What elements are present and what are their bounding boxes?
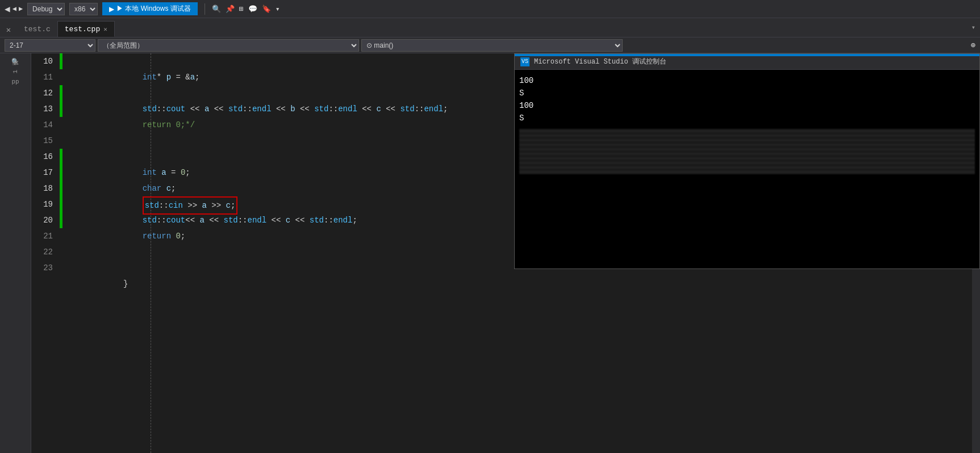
- ln-17: 17: [31, 165, 60, 181]
- left-sidebar: 🔍 1个项 pp: [0, 53, 31, 453]
- search-sidebar-icon[interactable]: 🔍: [11, 58, 19, 65]
- gutter-16: [60, 149, 73, 165]
- green-bar-12: [60, 85, 62, 101]
- comment-icon[interactable]: 💬: [248, 5, 257, 14]
- debug-console-body[interactable]: 100 S 100 S: [515, 70, 979, 269]
- tab-test-c[interactable]: test.c: [17, 21, 58, 37]
- grid-icon[interactable]: ⊞: [239, 5, 244, 14]
- gutter-10: [60, 53, 73, 69]
- gutter-15: [60, 133, 73, 149]
- tab-overflow[interactable]: ▾: [967, 23, 980, 32]
- gutter-18: [60, 181, 73, 196]
- ln-10: 10: [31, 53, 60, 69]
- sidebar-label[interactable]: 1个项: [11, 70, 20, 74]
- back-button[interactable]: ◀: [12, 5, 16, 13]
- output-line-1: 100: [519, 74, 975, 87]
- ln-22: 22: [31, 244, 60, 260]
- platform-select[interactable]: x86: [69, 3, 98, 15]
- vs-logo[interactable]: ◀: [5, 3, 10, 15]
- green-bar-13: [60, 101, 62, 117]
- ln-16: 16: [31, 149, 60, 165]
- run-label: ▶ 本地 Windows 调试器: [116, 4, 191, 14]
- scope-select[interactable]: （全局范围）: [98, 39, 359, 52]
- forward-button[interactable]: ▶: [19, 5, 23, 13]
- function-select[interactable]: ⊙ main(): [361, 39, 623, 52]
- gutter-11: [60, 69, 73, 85]
- gutter-17: [60, 165, 73, 181]
- run-icon: ▶: [109, 5, 114, 13]
- main-layout: 🔍 1个项 pp 10 int* p = &a; 11: [0, 53, 980, 453]
- pin-nav-icon[interactable]: ⊕: [971, 40, 975, 50]
- green-bar-16: [60, 149, 62, 165]
- gutter-13: [60, 101, 73, 117]
- nav-bar: 2-17 （全局范围） ⊙ main() ⊕: [0, 37, 980, 53]
- more-icon[interactable]: ▾: [276, 5, 280, 14]
- ln-14: 14: [31, 117, 60, 133]
- run-button[interactable]: ▶ ▶ 本地 Windows 调试器: [102, 2, 198, 15]
- toolbar-icons-left: ◀ ◀ ▶: [5, 3, 23, 15]
- output-line-3: 100: [519, 99, 975, 112]
- drag-handle[interactable]: [515, 54, 979, 56]
- gutter-12: [60, 85, 73, 101]
- gutter-21: [60, 228, 73, 244]
- gutter-20: [60, 212, 73, 228]
- debug-console-titlebar: VS Microsoft Visual Studio 调试控制台: [515, 54, 979, 70]
- blurred-region: [519, 129, 975, 174]
- debug-console: VS Microsoft Visual Studio 调试控制台 100 S 1…: [514, 53, 980, 269]
- output-line-4: S: [519, 112, 975, 124]
- tab-test-cpp-label: test.cpp: [65, 25, 100, 33]
- ln-15: 15: [31, 133, 60, 149]
- gutter-19: [60, 196, 73, 212]
- ln-23: 23: [31, 260, 60, 276]
- green-bar-17: [60, 165, 62, 181]
- gutter-14: [60, 117, 73, 133]
- gutter-22: [60, 244, 73, 260]
- location-select[interactable]: 2-17: [5, 39, 95, 52]
- config-select[interactable]: Debug: [27, 3, 65, 15]
- ln-12: 12: [31, 85, 60, 101]
- close-all-icon[interactable]: ✕: [0, 25, 17, 37]
- debug-icons: 🔍 📌 ⊞ 💬 🔖 ▾: [212, 5, 280, 14]
- bookmark-icon[interactable]: 🔖: [262, 5, 271, 14]
- tab-test-c-label: test.c: [24, 25, 51, 33]
- ln-18: 18: [31, 181, 60, 196]
- tab-bar: ✕ test.c test.cpp ✕ ▾: [0, 18, 980, 37]
- editor-area: 10 int* p = &a; 11 12: [31, 53, 980, 453]
- tab-test-cpp-close[interactable]: ✕: [103, 26, 107, 33]
- ln-11: 11: [31, 69, 60, 85]
- debug-vs-icon: VS: [520, 57, 529, 66]
- green-bar-19: [60, 196, 62, 212]
- gutter-23: [60, 260, 73, 276]
- tab-test-cpp[interactable]: test.cpp ✕: [58, 21, 115, 37]
- sidebar-item-pp[interactable]: pp: [11, 78, 19, 85]
- green-bar-18: [60, 181, 62, 196]
- ln-21: 21: [31, 228, 60, 244]
- brace-close: }: [123, 279, 128, 288]
- ln-19: 19: [31, 196, 60, 212]
- debug-console-title-text: Microsoft Visual Studio 调试控制台: [534, 57, 666, 66]
- ln-13: 13: [31, 101, 60, 117]
- pin-icon[interactable]: 📌: [226, 5, 235, 14]
- sep1: [205, 3, 205, 15]
- green-bar-20: [60, 212, 62, 228]
- green-bar-10: [60, 53, 62, 69]
- search-icon[interactable]: 🔍: [212, 5, 221, 14]
- toolbar: ◀ ◀ ▶ Debug x86 ▶ ▶ 本地 Windows 调试器 🔍 📌 ⊞…: [0, 0, 980, 18]
- ln-20: 20: [31, 212, 60, 228]
- output-line-2: S: [519, 87, 975, 99]
